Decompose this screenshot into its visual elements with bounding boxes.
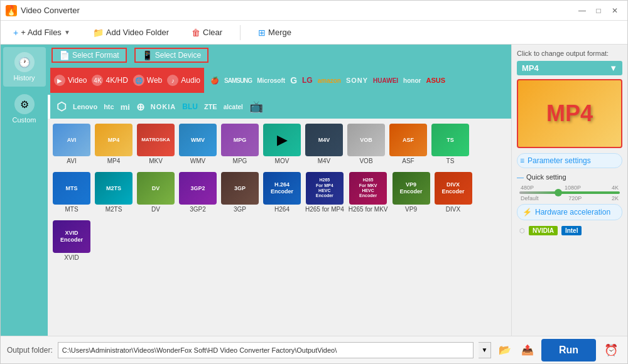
hd-icon: 4K [92,75,103,86]
audio-icon: ♪ [167,75,178,86]
sidebar-item-history[interactable]: 🕐 History [3,47,46,87]
alarm-button[interactable]: ⏰ [601,340,621,360]
brand-blu[interactable]: BLU [182,102,198,111]
brand-sony[interactable]: SONY [346,77,368,84]
format-mts[interactable]: MTS MTS [51,169,92,215]
history-icon: 🕐 [14,52,35,72]
format-device-bar: 📄 Select Format 📱 Select Device [48,45,511,66]
add-files-button[interactable]: + + Add Files ▼ [8,25,75,40]
brand-samsung[interactable]: SAMSUNG [224,77,252,84]
format-vp9[interactable]: VP9Encoder VP9 [391,169,431,215]
format-row-2: MTS MTS M2TS M2TS DV DV 3GP2 3GP2 [51,169,507,215]
format-icon: 📄 [59,50,70,60]
format-mpg[interactable]: MPG MPG [220,121,260,167]
add-folder-button[interactable]: 📁 Add Video Folder [88,25,174,40]
format-3gp2[interactable]: 3GP2 3GP2 [178,169,218,215]
output-dropdown-button[interactable]: ▼ [479,342,491,358]
brand-oneplus[interactable]: ⊕ [136,101,144,113]
brand-apple[interactable]: 🍎 [210,77,219,85]
brand-lg[interactable]: LG [302,76,313,85]
format-wmv[interactable]: WMV WMV [178,121,218,167]
gpu-prefix: ⬡ [519,227,525,234]
parameter-settings-button[interactable]: ≡ Parameter settings [517,153,622,168]
video-format-button[interactable]: ▶ Video [51,69,89,92]
brand-tv[interactable]: 📺 [249,100,263,114]
format-asf[interactable]: ASF ASF [388,121,428,167]
web-format-button[interactable]: 🌐 Web [131,69,165,92]
output-path-input[interactable] [58,342,474,358]
close-button[interactable]: ✕ [607,4,622,17]
run-button[interactable]: Run [541,339,596,361]
quick-setting-label: Quick setting [517,173,622,181]
maximize-button[interactable]: □ [591,4,606,17]
format-ts[interactable]: TS TS [430,121,470,167]
hw-accel-label: Hardware acceleration [535,208,610,217]
brand-nokia[interactable]: NOKIA [151,103,176,110]
device-icon: 📱 [142,50,153,60]
audio-label: Audio [181,76,200,85]
clear-icon: 🗑 [192,28,200,38]
select-format-tab[interactable]: 📄 Select Format [51,48,127,63]
brand-google[interactable]: G [290,75,297,85]
sidebar-item-custom[interactable]: ⚙ Custom [3,89,46,129]
format-mp4[interactable]: MP4 MP4 [94,121,134,167]
brand-amazon[interactable]: amazon [318,77,341,84]
video-label: Video [68,76,87,85]
brand-asus[interactable]: ASUS [426,77,445,84]
format-3gp[interactable]: 3GP 3GP [220,169,260,215]
brand-htc[interactable]: htc [104,103,114,110]
param-icon: ≡ [520,156,524,165]
quality-slider[interactable] [519,191,620,194]
brand-logos-row: 🍎 SAMSUNG Microsoft G LG amazon SONY HUA… [207,66,449,95]
quality-slider-container: 480P 1080P 4K Default 720P 2K [517,183,622,203]
brand-motorola[interactable]: ⬡ [57,100,67,114]
quality-slider-thumb[interactable] [555,189,562,196]
format-m4v[interactable]: M4V M4V [304,121,344,167]
format-h264[interactable]: H.264Encoder H264 [262,169,302,215]
output-folder-label: Output folder: [7,346,53,355]
output-format-select[interactable]: MP4 ▼ [517,61,622,75]
transfer-button[interactable]: 📤 [519,341,536,359]
format-h265mp4[interactable]: H265For MP4HEVCEncoder H265 for MP4 [304,169,345,215]
clear-button[interactable]: 🗑 Clear [187,25,227,40]
format-h265mkv[interactable]: H265For MKVHEVCEncoder H265 for MKV [347,169,389,215]
intel-badge: Intel [561,226,582,235]
brand-microsoft[interactable]: Microsoft [257,77,285,84]
toolbar-divider [240,25,241,40]
right-panel: Click to change output format: MP4 ▼ MP4… [511,45,627,336]
hd-format-button[interactable]: 4K 4K/HD [89,69,130,92]
hardware-acceleration-button[interactable]: ⚡ Hardware acceleration [517,204,622,220]
minimize-button[interactable]: — [575,4,590,17]
format-mov[interactable]: ▶ MOV [262,121,302,167]
label-480p: 480P [521,185,534,191]
format-m2ts[interactable]: M2TS M2TS [94,169,134,215]
nvidia-badge: NVIDIA [529,226,558,235]
format-avi[interactable]: AVI AVI [51,121,92,167]
format-divx[interactable]: DIVXEncoder DIVX [433,169,474,215]
audio-format-button[interactable]: ♪ Audio [165,69,203,92]
format-type-section: ▶ Video 4K 4K/HD 🌐 Web ♪ Audio [50,68,204,93]
history-label: History [13,74,35,82]
format-vob[interactable]: VOB VOB [346,121,386,167]
brand-mi[interactable]: mi [121,102,130,112]
hd-label: 4K/HD [106,76,127,85]
custom-icon: ⚙ [14,94,35,114]
toolbar: + + Add Files ▼ 📁 Add Video Folder 🗑 Cle… [1,21,627,45]
browse-folder-button[interactable]: 📂 [496,341,514,359]
brand-lenovo[interactable]: Lenovo [73,103,97,110]
select-device-tab[interactable]: 📱 Select Device [134,48,208,63]
brand-zte[interactable]: ZTE [204,103,217,110]
merge-button[interactable]: ⊞ Merge [253,25,296,40]
format-brands-row: ▶ Video 4K 4K/HD 🌐 Web ♪ Audio [48,66,511,95]
format-mkv[interactable]: MATROSKA MKV [136,121,176,167]
label-720p: 720P [568,195,582,201]
format-dv[interactable]: DV DV [136,169,176,215]
merge-icon: ⊞ [258,28,266,38]
format-grid: AVI AVI MP4 MP4 MATROSKA MKV WMV WMV [48,119,511,336]
format-xvid[interactable]: XVIDEncoder XVID [51,218,92,264]
brand-huawei[interactable]: HUAWEI [373,77,398,84]
brand-alcatel[interactable]: alcatel [224,104,243,110]
window-controls: — □ ✕ [575,4,622,17]
brand-honor[interactable]: honor [403,77,421,84]
label-default: Default [521,195,539,201]
